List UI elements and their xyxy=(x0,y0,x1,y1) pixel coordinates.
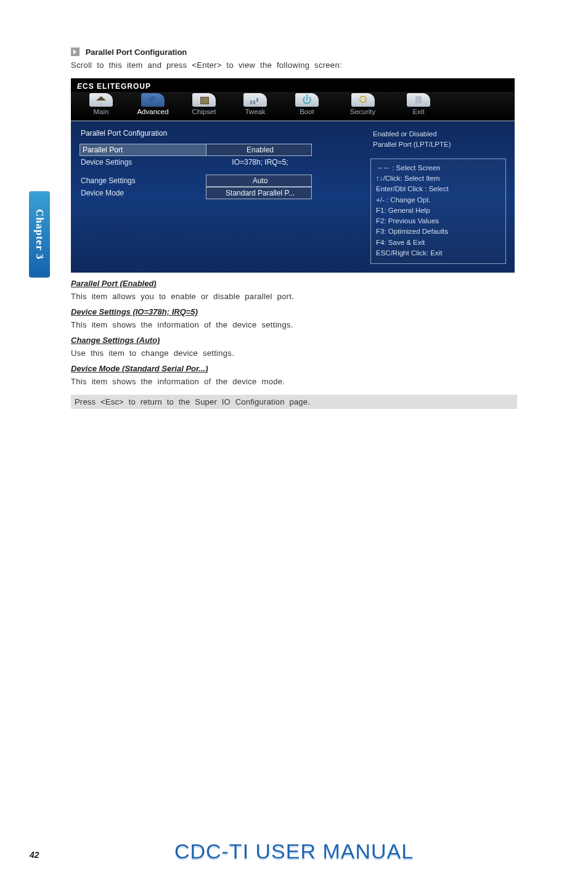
heading-device-settings: Device Settings (IO=378h; IRQ=5) xyxy=(71,307,517,316)
text-device-settings: This item shows the information of the d… xyxy=(71,320,517,329)
help-line1: Enabled or Disabled xyxy=(373,129,504,139)
bios-tabbar: Main Advanced Chipset Tweak ⏻ Boot Secur… xyxy=(71,92,515,122)
text-device-mode: This item shows the information of the d… xyxy=(71,377,517,386)
help-line2: Parallel Port (LPT/LPTE) xyxy=(373,139,504,150)
help-f1: F1: General Help xyxy=(376,205,500,216)
tab-main[interactable]: Main xyxy=(76,93,126,120)
heading-parallel-port: Parallel Port (Enabled) xyxy=(71,279,517,288)
heading-device-mode: Device Mode (Standard Serial Por...) xyxy=(71,364,517,373)
scroll-hint-text: Scroll to this item and press <Enter> to… xyxy=(71,60,517,70)
text-change-settings: Use this item to change device settings. xyxy=(71,348,517,358)
bios-brand: ECS ELITEGROUP xyxy=(71,78,515,92)
power-icon: ⏻ xyxy=(295,93,319,107)
bios-help-pane: Enabled or Disabled Parallel Port (LPT/L… xyxy=(370,128,506,264)
exit-icon xyxy=(407,93,430,107)
page-content: Parallel Port Configuration Scroll to th… xyxy=(0,0,588,409)
text-parallel-port: This item allows you to enable or disabl… xyxy=(71,292,517,301)
tab-exit[interactable]: Exit xyxy=(393,93,444,120)
tab-advanced-label: Advanced xyxy=(128,108,178,115)
heading-change-settings: Change Settings (Auto) xyxy=(71,336,517,345)
value-device-settings: IO=378h; IRQ=5; xyxy=(206,158,312,167)
help-esc: ESC/Right Click: Exit xyxy=(376,248,500,258)
value-parallel-port: Enabled xyxy=(206,144,312,156)
help-change: +/- : Change Opt. xyxy=(376,195,500,205)
tab-security-label: Security xyxy=(333,108,392,115)
bios-window: ECS ELITEGROUP Main Advanced Chipset Twe… xyxy=(71,78,515,273)
side-chapter-label: Chapter 3 xyxy=(33,209,46,260)
row-change-settings[interactable]: Change Settings Auto xyxy=(80,175,345,187)
section-title: Parallel Port Configuration xyxy=(86,47,187,57)
row-device-settings: Device Settings IO=378h; IRQ=5; xyxy=(80,156,345,168)
note-strip: Press <Esc> to return to the Super IO Co… xyxy=(71,395,517,409)
value-change-settings: Auto xyxy=(206,175,312,187)
side-chapter-tab: Chapter 3 xyxy=(29,191,50,278)
label-device-settings: Device Settings xyxy=(80,158,206,167)
label-change-settings: Change Settings xyxy=(80,176,206,185)
help-select-item: ↑↓/Click: Select Item xyxy=(376,173,500,184)
bars-icon xyxy=(243,93,267,107)
bios-settings-pane: Parallel Port Configuration Parallel Por… xyxy=(80,128,345,264)
label-parallel-port: Parallel Port xyxy=(80,144,206,156)
row-parallel-port[interactable]: Parallel Port Enabled xyxy=(80,144,345,156)
section-title-row: Parallel Port Configuration xyxy=(71,46,517,57)
tab-boot-label: Boot xyxy=(282,108,332,115)
tab-advanced[interactable]: Advanced xyxy=(128,93,178,120)
tab-security[interactable]: Security xyxy=(333,93,392,120)
key-icon xyxy=(351,93,375,107)
chevron-right-icon xyxy=(71,47,80,56)
tab-chipset-label: Chipset xyxy=(179,108,229,115)
bios-body: Parallel Port Configuration Parallel Por… xyxy=(71,122,515,273)
label-device-mode: Device Mode xyxy=(80,189,206,197)
footer-title: CDC-TI USER MANUAL xyxy=(0,839,588,863)
help-select-screen: →← : Select Screen xyxy=(376,163,500,173)
page-number: 42 xyxy=(30,850,39,860)
wrench-icon xyxy=(141,93,165,107)
bios-heading: Parallel Port Configuration xyxy=(81,129,345,138)
tab-main-label: Main xyxy=(76,108,126,115)
home-icon xyxy=(89,93,113,107)
tab-chipset[interactable]: Chipset xyxy=(179,93,229,120)
help-f3: F3: Optimized Defaults xyxy=(376,226,500,237)
help-f2: F2: Previous Values xyxy=(376,216,500,226)
help-f4: F4: Save & Exit xyxy=(376,237,500,248)
tab-boot[interactable]: ⏻ Boot xyxy=(282,93,332,120)
chip-icon xyxy=(192,93,216,107)
value-device-mode: Standard Parallel P... xyxy=(206,187,312,199)
row-device-mode[interactable]: Device Mode Standard Parallel P... xyxy=(80,187,345,199)
tab-tweak[interactable]: Tweak xyxy=(230,93,280,120)
help-description: Enabled or Disabled Parallel Port (LPT/L… xyxy=(370,128,506,149)
help-keys-box: →← : Select Screen ↑↓/Click: Select Item… xyxy=(370,159,506,264)
help-enter: Enter/Dbl Click : Select xyxy=(376,184,500,194)
tab-exit-label: Exit xyxy=(393,108,444,115)
tab-tweak-label: Tweak xyxy=(230,108,280,115)
